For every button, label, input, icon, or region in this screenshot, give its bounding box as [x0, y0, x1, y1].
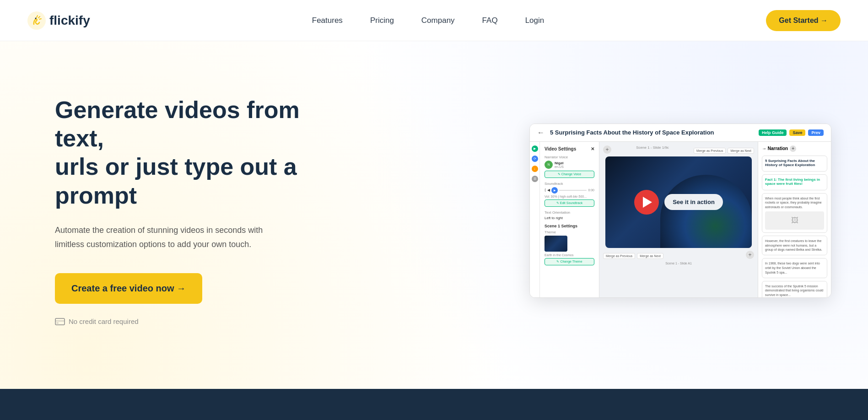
- scene-label-top: Scene 1 - Slide 1/9c: [636, 145, 669, 150]
- narration-card-4: In 1968, these two dogs were sent into o…: [762, 258, 827, 278]
- scene-bottom-label: Scene 1 - Slide A1: [665, 262, 692, 265]
- merge-next-button[interactable]: Merge as Next: [728, 148, 754, 154]
- hero-section: Generate videos from text, urls or just …: [0, 41, 868, 389]
- change-voice-button[interactable]: ✎ Change Voice: [545, 171, 594, 178]
- nav-faq[interactable]: FAQ: [482, 16, 498, 25]
- theme-name: Earth in the Cosmos: [545, 253, 594, 257]
- scene-settings-section: Scene 1 Settings Theme Earth in the Cosm…: [545, 224, 594, 265]
- hero-subtitle: Automate the creation of stunning videos…: [55, 223, 293, 251]
- soundtrack-section: Soundtrack ⟨ ◀ ▶ 0:00 Vol: 30% | high-so…: [545, 182, 594, 207]
- video-thumbnail[interactable]: See it in action: [605, 156, 752, 248]
- narration-card-3: However, the first creatures to leave th…: [762, 236, 827, 255]
- sidebar-title: Video Settings ✕: [545, 146, 594, 151]
- credit-card-icon: [55, 318, 65, 325]
- edit-soundtrack-button[interactable]: ✎ Edit Soundtrack: [545, 199, 594, 207]
- add-scene-top-button[interactable]: +: [603, 145, 611, 154]
- narration-title: → Narration +: [762, 145, 827, 152]
- narrator-name: Nigel en-US: [555, 161, 564, 168]
- narration-image-2: 🖼: [765, 211, 824, 230]
- nav-login[interactable]: Login: [525, 16, 545, 25]
- narration-card-5: The success of the Sputnik 5 mission dem…: [762, 281, 827, 298]
- change-theme-button[interactable]: ✎ Change Theme: [545, 258, 594, 265]
- hero-left: Generate videos from text, urls or just …: [55, 96, 320, 326]
- hero-right: ← 5 Surprising Facts About the History o…: [320, 124, 831, 298]
- theme-preview-img: [545, 236, 567, 252]
- app-video-area: + Scene 1 - Slide 1/9c Merge as Previous…: [599, 142, 758, 297]
- play-triangle-icon: [643, 197, 652, 208]
- get-started-button[interactable]: Get Started →: [766, 10, 841, 31]
- theme-preview: [545, 236, 567, 252]
- app-topbar: ← 5 Surprising Facts About the History o…: [530, 124, 831, 142]
- prev-icon[interactable]: ◀: [547, 188, 550, 192]
- badge-prev: Prev: [808, 129, 824, 136]
- navbar: flickify Features Pricing Company FAQ Lo…: [0, 0, 868, 41]
- merge-next-bottom-button[interactable]: Merge as Next: [637, 253, 663, 259]
- narrator-label: Narrator Voice: [545, 155, 594, 159]
- logo-text: flickify: [49, 13, 90, 28]
- hero-title: Generate videos from text, urls or just …: [55, 96, 320, 210]
- soundtrack-controls: ⟨ ◀ ▶ 0:00: [545, 187, 594, 194]
- no-credit-card-notice: No credit card required: [55, 318, 320, 325]
- sidebar-icon-2[interactable]: ⟳: [532, 156, 538, 162]
- badge-help: Help Guide: [759, 129, 787, 136]
- logo-icon: [27, 11, 46, 30]
- merge-previous-bottom-button[interactable]: Merge as Previous: [603, 253, 635, 259]
- sidebar-icon-3[interactable]: ↓: [532, 166, 538, 172]
- narrator-row: N Nigel en-US: [545, 161, 594, 169]
- add-scene-bottom-button[interactable]: +: [746, 251, 754, 259]
- back-arrow-icon[interactable]: ←: [537, 129, 545, 137]
- soundtrack-progress: [559, 190, 587, 191]
- see-it-action-label: See it in action: [664, 194, 723, 210]
- narration-card-2: When most people think about the first r…: [762, 193, 827, 233]
- narration-card-1: Fact 1: The first living beings in space…: [762, 174, 827, 190]
- merge-previous-button[interactable]: Merge as Previous: [694, 148, 726, 154]
- play-overlay: See it in action: [634, 190, 723, 215]
- sidebar-icon-4[interactable]: ☰: [532, 176, 538, 182]
- svg-rect-4: [56, 323, 59, 323]
- app-title-bar: 5 Surprising Facts About the History of …: [550, 129, 753, 136]
- nav-links: Features Pricing Company FAQ Login: [312, 16, 544, 25]
- logo[interactable]: flickify: [27, 11, 90, 30]
- app-body: ▶ ⟳ ↓ ☰ Video Settings ✕ Narrator Voice …: [530, 142, 831, 297]
- svg-rect-3: [55, 320, 65, 322]
- svg-point-1: [35, 17, 37, 19]
- app-screenshot: ← 5 Surprising Facts About the History o…: [529, 124, 831, 298]
- app-narration-panel: → Narration + 5 Surprising Facts About t…: [758, 142, 831, 297]
- app-icon-sidebar: ▶ ⟳ ↓ ☰: [530, 142, 540, 297]
- app-settings-sidebar: Video Settings ✕ Narrator Voice N Nigel …: [540, 142, 599, 297]
- scene-settings-title: Scene 1 Settings: [545, 224, 594, 228]
- nav-pricing[interactable]: Pricing: [370, 16, 394, 25]
- merge-controls-bottom: Merge as Previous Merge as Next: [603, 253, 663, 259]
- merge-controls: Merge as Previous Merge as Next: [694, 148, 754, 154]
- play-circle-icon[interactable]: [634, 190, 659, 215]
- footer: [0, 389, 868, 420]
- narration-card-0: 5 Surprising Facts About the History of …: [762, 156, 827, 172]
- sidebar-icon-1[interactable]: ▶: [532, 145, 538, 152]
- narrator-avatar: N: [545, 161, 553, 169]
- soundtrack-label: Soundtrack: [545, 182, 594, 186]
- app-badges: Help Guide Save Prev: [759, 129, 824, 136]
- badge-save: Save: [789, 129, 805, 136]
- nav-features[interactable]: Features: [312, 16, 343, 25]
- rewind-icon[interactable]: ⟨: [545, 188, 546, 192]
- sidebar-close-icon[interactable]: ✕: [591, 146, 594, 151]
- scene-bottom-controls: Merge as Previous Merge as Next +: [603, 251, 754, 259]
- add-narration-button[interactable]: +: [790, 145, 796, 152]
- text-orientation-section: Text Orientation Left to right: [545, 210, 594, 220]
- scene-top-controls: + Scene 1 - Slide 1/9c Merge as Previous…: [603, 145, 754, 154]
- soundtrack-play-button[interactable]: ▶: [551, 187, 558, 194]
- volume-label: 0:00: [588, 188, 594, 192]
- vol-label: Vol: 30% | high-soft-bkr-500...: [545, 195, 594, 198]
- narrator-section: Narrator Voice N Nigel en-US ✎ Change Vo…: [545, 155, 594, 178]
- nav-company[interactable]: Company: [421, 16, 455, 25]
- cta-button[interactable]: Create a free video now →: [55, 273, 202, 304]
